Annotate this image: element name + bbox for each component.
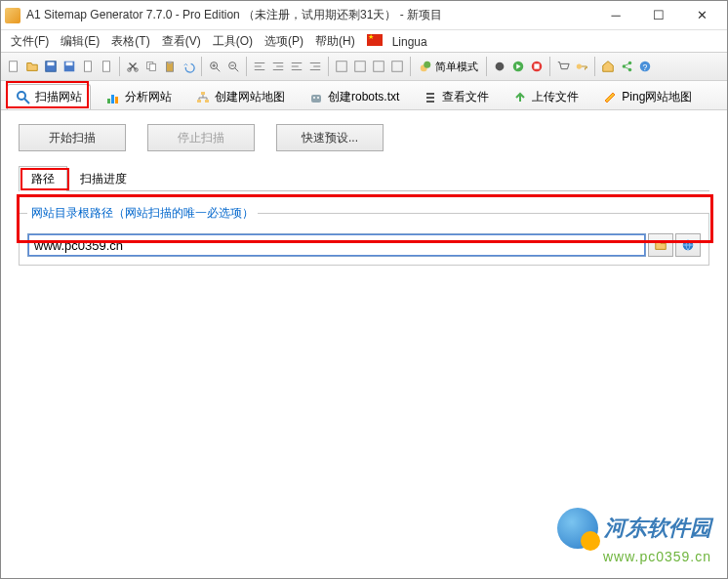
help-icon[interactable]: ?: [636, 58, 654, 75]
svg-point-25: [577, 63, 582, 68]
svg-rect-10: [149, 63, 155, 70]
root-path-input[interactable]: [27, 233, 646, 257]
stop-scan-button: 停止扫描: [147, 124, 255, 151]
t4-icon[interactable]: [388, 58, 406, 75]
save-icon[interactable]: [42, 58, 60, 75]
menu-bar: 文件(F) 编辑(E) 表格(T) 查看(V) 工具(O) 选项(P) 帮助(H…: [1, 30, 727, 52]
paste-icon[interactable]: [161, 58, 179, 75]
svg-rect-24: [534, 63, 539, 68]
svg-rect-4: [66, 62, 73, 66]
action-buttons: 开始扫描 停止扫描 快速预设...: [19, 124, 709, 151]
tab-label: Ping网站地图: [622, 89, 692, 105]
quick-preset-button[interactable]: 快速预设...: [276, 124, 384, 151]
stop-icon[interactable]: [528, 58, 546, 75]
tab-label: 上传文件: [532, 89, 579, 105]
tab-view-files[interactable]: 查看文件: [414, 84, 498, 109]
folder-icon: [654, 238, 667, 252]
play-icon[interactable]: [509, 58, 527, 75]
list-icon: [423, 90, 438, 105]
tab-ping-sitemap[interactable]: Ping网站地图: [593, 84, 701, 109]
watermark: 河东软件园 www.pc0359.cn: [557, 508, 711, 564]
maximize-button[interactable]: ☐: [637, 2, 680, 29]
new-icon[interactable]: [5, 58, 22, 75]
cut-icon[interactable]: [124, 58, 142, 75]
svg-rect-35: [201, 92, 205, 95]
menu-table[interactable]: 表格(T): [105, 31, 155, 52]
key-icon[interactable]: [573, 58, 590, 75]
svg-rect-32: [107, 99, 110, 103]
window-titlebar: A1 Sitemap Generator 7.7.0 - Pro Edition…: [1, 1, 727, 30]
svg-rect-6: [103, 62, 110, 72]
window-title: A1 Sitemap Generator 7.7.0 - Pro Edition…: [26, 7, 594, 23]
menu-tools[interactable]: 工具(O): [207, 31, 259, 52]
flag-icon: [367, 34, 383, 46]
subtab-progress[interactable]: 扫描进度: [67, 166, 140, 191]
align4-icon[interactable]: [306, 58, 324, 75]
align2-icon[interactable]: [269, 58, 287, 75]
tab-create-robots[interactable]: 创建robots.txt: [300, 84, 408, 109]
t2-icon[interactable]: [351, 58, 369, 75]
simple-mode-button[interactable]: 简单模式: [415, 56, 482, 77]
tab-label: 查看文件: [442, 89, 489, 105]
root-path-fieldset: 网站目录根路径（网站扫描的唯一必选项）: [19, 205, 709, 266]
toolbar: 简单模式 ?: [1, 52, 727, 81]
watermark-logo-icon: [557, 508, 598, 549]
svg-point-39: [313, 97, 315, 99]
svg-rect-16: [355, 62, 366, 72]
svg-point-40: [317, 97, 319, 99]
browse-folder-button[interactable]: [648, 233, 673, 257]
watermark-name: 河东软件园: [604, 514, 711, 543]
browse-url-button[interactable]: [675, 233, 701, 257]
tab-scan-site[interactable]: 扫描网站: [7, 84, 91, 109]
globe-icon: [681, 238, 695, 252]
svg-rect-36: [197, 100, 201, 103]
t3-icon[interactable]: [370, 58, 387, 75]
minimize-button[interactable]: ─: [594, 2, 637, 29]
subtab-path[interactable]: 路径: [19, 166, 67, 191]
magnifier-icon: [16, 90, 31, 105]
menu-edit[interactable]: 编辑(E): [55, 31, 105, 52]
menu-view[interactable]: 查看(V): [156, 31, 207, 52]
tab-label: 扫描网站: [35, 89, 82, 105]
open-icon[interactable]: [23, 58, 41, 75]
tab-upload-files[interactable]: 上传文件: [504, 84, 587, 109]
menu-lingua[interactable]: Lingua: [361, 32, 439, 51]
menu-file[interactable]: 文件(F): [5, 31, 55, 52]
start-scan-button[interactable]: 开始扫描: [19, 124, 126, 151]
t1-icon[interactable]: [333, 58, 350, 75]
svg-rect-34: [115, 97, 118, 103]
tab-analyze-site[interactable]: 分析网站: [97, 84, 181, 109]
cart-icon[interactable]: [554, 58, 572, 75]
svg-point-31: [18, 92, 25, 100]
align3-icon[interactable]: [288, 58, 305, 75]
home-icon[interactable]: [599, 58, 617, 75]
app-icon: [5, 8, 20, 23]
svg-rect-17: [374, 62, 384, 72]
chart-icon: [105, 90, 121, 105]
sitemap-icon: [195, 90, 211, 105]
robot-icon: [308, 90, 324, 105]
copy-icon[interactable]: [142, 58, 160, 75]
record-icon[interactable]: [491, 58, 508, 75]
save-as-icon[interactable]: [61, 58, 78, 75]
svg-point-20: [424, 62, 430, 68]
tab-create-sitemap[interactable]: 创建网站地图: [186, 84, 294, 109]
ping-icon: [602, 90, 618, 105]
menu-help[interactable]: 帮助(H): [309, 31, 361, 52]
doc2-icon[interactable]: [98, 58, 115, 75]
tab-label: 创建robots.txt: [328, 89, 399, 105]
zoom-in-icon[interactable]: [206, 58, 223, 75]
close-button[interactable]: ✕: [680, 2, 723, 29]
menu-options[interactable]: 选项(P): [259, 31, 309, 52]
share-icon[interactable]: [618, 58, 635, 75]
align1-icon[interactable]: [251, 58, 268, 75]
upload-icon: [512, 90, 528, 105]
doc1-icon[interactable]: [79, 58, 97, 75]
svg-rect-38: [311, 95, 321, 103]
svg-rect-0: [10, 62, 18, 72]
undo-icon[interactable]: [180, 58, 197, 75]
zoom-out-icon[interactable]: [224, 58, 242, 75]
svg-rect-5: [85, 62, 92, 72]
svg-rect-12: [168, 62, 172, 64]
svg-rect-33: [111, 95, 114, 103]
